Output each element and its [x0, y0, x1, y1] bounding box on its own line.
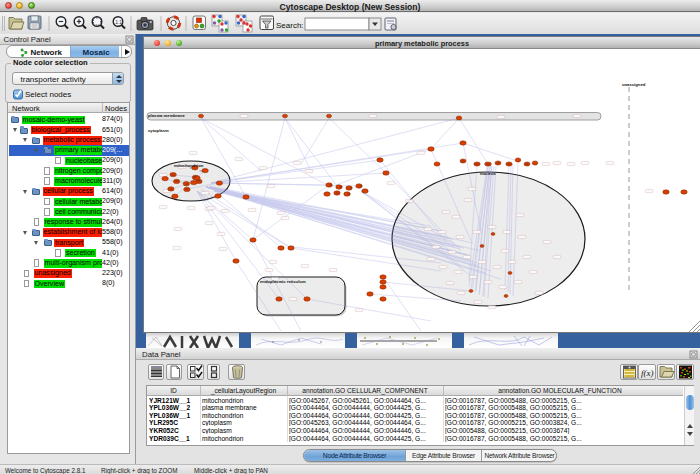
svg-text:plasma membrane: plasma membrane — [148, 113, 185, 118]
svg-text:Search:: Search: — [276, 20, 304, 29]
svg-text:unassigned: unassigned — [622, 82, 646, 87]
svg-text:f(x): f(x) — [641, 368, 654, 378]
svg-text:endoplasmic reticulum: endoplasmic reticulum — [260, 279, 306, 284]
svg-text:nucleus: nucleus — [480, 171, 496, 176]
svg-text:cytoplasm: cytoplasm — [148, 128, 169, 133]
svg-text:mitochondrion: mitochondrion — [174, 163, 204, 168]
